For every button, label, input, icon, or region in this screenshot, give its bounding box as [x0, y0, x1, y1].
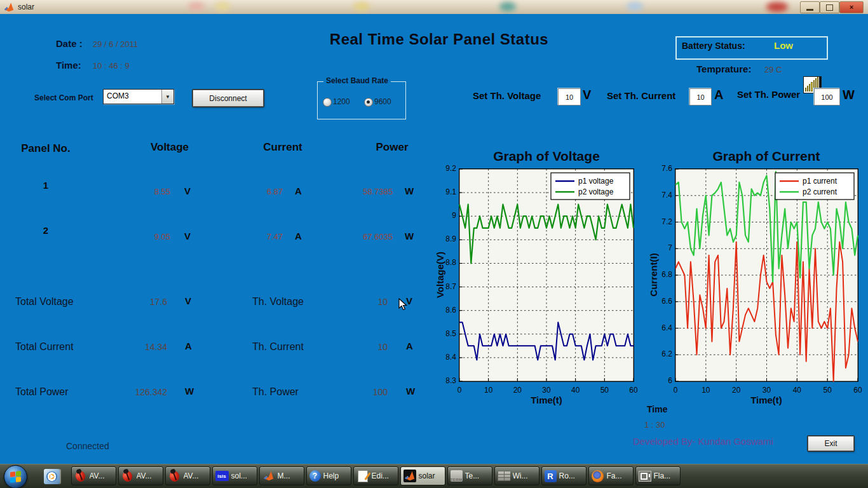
voltage-chart-ylabel: Voltage(V) [435, 237, 445, 313]
taskbar-button-label: Ro... [559, 471, 575, 480]
th-voltage-row-label: Th. Voltage [252, 296, 304, 308]
taskbar-button-label: M... [278, 471, 290, 480]
chevron-down-icon[interactable]: ▼ [161, 90, 173, 104]
th-current-row-unit: A [406, 341, 413, 351]
taskbar-button[interactable]: AV... [165, 466, 210, 485]
panel2-power-unit: W [405, 231, 414, 241]
taskbar-button-label: Edi... [372, 471, 389, 480]
th-current-input[interactable] [689, 88, 712, 105]
table-row-panel-no: 1 [15, 180, 76, 191]
taskbar-button-label: AV... [90, 471, 105, 480]
wallpaper-blob [766, 2, 788, 12]
th-voltage-row-value: 10 [359, 297, 388, 307]
window-title: solar [18, 3, 34, 11]
panel2-current-unit: A [295, 231, 302, 241]
wallpaper-blob [353, 2, 370, 11]
taskbar-button-label: Help [323, 471, 339, 480]
taskbar-button[interactable]: Wi... [494, 466, 539, 485]
taskbar-button[interactable]: RRo... [541, 466, 587, 485]
page-title: Real Time Solar Panel Status [311, 30, 567, 48]
taskbar-button[interactable]: Fla... [635, 466, 681, 485]
axis-tick-label: 8.8 [432, 258, 456, 267]
wallpaper-blob [499, 2, 516, 11]
media-player-quicklaunch[interactable] [41, 467, 62, 486]
close-button[interactable]: × [839, 1, 864, 13]
taskbar-button[interactable]: M... [259, 466, 304, 485]
axis-tick-label: 8.3 [432, 376, 456, 385]
axis-tick-label: 20 [727, 386, 746, 395]
voltage-chart-title: Graph of Voltage [451, 149, 642, 164]
panel1-current-unit: A [295, 186, 302, 196]
ladybug-icon [74, 470, 87, 482]
axis-tick-label: 50 [595, 386, 614, 395]
isis-icon: isis [215, 471, 229, 481]
ladybug-icon [121, 470, 134, 482]
taskbar-button[interactable]: AV... [71, 466, 116, 485]
table-header-power: Power [360, 141, 424, 154]
baud-rate-group: Select Baud Rate 1200 9600 [317, 81, 406, 119]
svg-text:p1 voltage: p1 voltage [578, 177, 614, 186]
close-icon: × [850, 4, 853, 11]
table-row-panel-no: 2 [15, 225, 76, 236]
baud-9600-label: 9600 [374, 97, 391, 106]
axis-tick-label: 40 [787, 386, 806, 395]
th-voltage-input[interactable] [558, 88, 581, 105]
panel1-voltage-unit: V [184, 186, 191, 196]
axis-tick-label: 10 [479, 386, 498, 395]
set-th-current-label: Set Th. Current [607, 90, 675, 101]
minimize-button[interactable] [800, 1, 820, 13]
set-th-voltage-label: Set Th. Voltage [473, 90, 541, 101]
panel2-voltage-value: 9.05 [127, 232, 170, 241]
mouse-cursor [398, 298, 407, 311]
th-voltage-unit: V [583, 88, 591, 102]
panel1-current-value: 6.87 [245, 187, 283, 196]
axis-tick-label: 30 [757, 386, 776, 395]
term-icon: TERM [451, 470, 463, 482]
table-header-voltage: Voltage [138, 141, 201, 154]
axis-tick-label: 6.6 [648, 297, 672, 306]
taskbar-button[interactable]: Fa... [588, 466, 634, 485]
baud-1200-radio[interactable] [323, 98, 332, 107]
comport-select[interactable]: COM3 ▼ [103, 89, 174, 104]
start-button[interactable] [4, 465, 27, 488]
taskbar-button[interactable]: TERMTe... [447, 466, 492, 485]
restore-button[interactable] [820, 1, 839, 13]
total-voltage-label: Total Voltage [15, 296, 74, 308]
svg-text:p1 current: p1 current [803, 177, 837, 186]
ladybug-icon [168, 470, 181, 482]
matlab-app-icon [4, 2, 14, 12]
axis-tick-label: 7.2 [648, 217, 672, 226]
axis-tick-label: 60 [624, 386, 643, 395]
panel1-voltage-value: 8.55 [127, 187, 170, 196]
axis-tick-label: 9 [432, 211, 456, 220]
exit-button[interactable]: Exit [808, 436, 854, 451]
axis-tick-label: 8.5 [432, 329, 456, 338]
taskbar-button[interactable]: ?Help [306, 466, 351, 485]
date-label: Date : [56, 38, 83, 49]
axis-tick-label: 6 [648, 376, 672, 385]
wallpaper-blob [215, 2, 230, 11]
taskbar-button-label: Fa... [607, 471, 622, 480]
baud-9600-radio[interactable] [364, 98, 373, 107]
table-header-current: Current [251, 141, 315, 154]
taskbar-button-label: Te... [465, 471, 480, 480]
titlebar[interactable]: solar × [0, 0, 868, 15]
baud-rate-group-label: Select Baud Rate [323, 76, 391, 85]
taskbar-button[interactable]: Edi... [353, 466, 398, 485]
editor-icon [356, 470, 369, 482]
axis-tick-label: 40 [566, 386, 585, 395]
disconnect-button[interactable]: Disconnect [193, 90, 264, 107]
taskbar-button[interactable]: solar [400, 466, 445, 485]
taskbar-button[interactable]: isissol... [212, 466, 257, 485]
th-power-input[interactable] [814, 88, 840, 105]
taskbar-button-label: AV... [137, 471, 152, 480]
minimize-icon [806, 9, 813, 11]
voltage-chart-plot: p1 voltagep2 voltage [459, 168, 634, 382]
comport-label: Select Com Port [34, 93, 93, 102]
total-current-unit: A [185, 341, 192, 351]
current-chart-plot: p1 currentp2 current [675, 168, 858, 382]
taskbar-button[interactable]: AV... [118, 466, 163, 485]
panel1-power-value: 58.7385 [342, 187, 393, 196]
developer-credit: Developed By- Kundan Goswami [633, 436, 773, 447]
solar-app-screen: solar × Date : 29 / 6 / 2011 Time: 10 : … [0, 0, 868, 488]
